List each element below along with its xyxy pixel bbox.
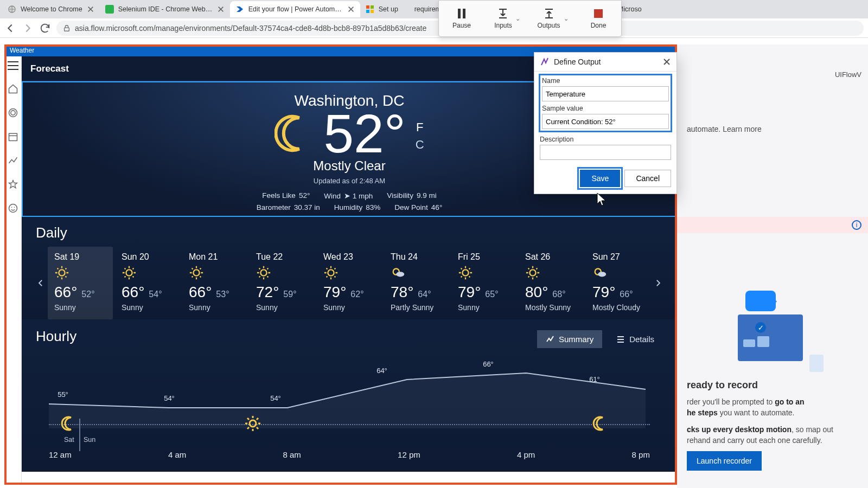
sample-label: Sample value bbox=[542, 105, 669, 112]
details-icon bbox=[616, 335, 625, 344]
chevron-down-icon[interactable]: ⌄ bbox=[515, 15, 520, 22]
day-card[interactable]: Thu 2478°64°Partly Sunny bbox=[384, 247, 449, 319]
globe-icon bbox=[8, 5, 16, 14]
svg-point-17 bbox=[59, 269, 65, 275]
condition-moon-icon bbox=[275, 114, 314, 153]
svg-point-25 bbox=[529, 269, 535, 275]
day-card[interactable]: Sat 1966°52°Sunny bbox=[48, 247, 113, 319]
pause-button[interactable]: Pause bbox=[439, 1, 484, 36]
close-icon[interactable] bbox=[662, 57, 671, 66]
url-text: asia.flow.microsoft.com/manage/environme… bbox=[75, 24, 426, 33]
page-title: Forecast bbox=[30, 63, 69, 74]
chevron-right-icon[interactable] bbox=[653, 278, 663, 288]
reload-icon[interactable] bbox=[39, 22, 51, 34]
chevron-left-icon[interactable] bbox=[36, 278, 46, 288]
svg-rect-3 bbox=[371, 5, 374, 9]
done-button[interactable]: Done bbox=[576, 1, 621, 36]
ready-p2: cks up every desktop motion, so map outr… bbox=[687, 424, 858, 446]
tab-label: Selenium IDE - Chrome Web Sto bbox=[118, 5, 213, 13]
day-card[interactable]: Mon 2166°53°Sunny bbox=[182, 247, 247, 319]
day-card[interactable]: Tue 2272°59°Sunny bbox=[250, 247, 315, 319]
flow-icon bbox=[235, 5, 244, 14]
sun-icon bbox=[245, 415, 261, 432]
chart-icon[interactable] bbox=[8, 155, 18, 166]
daily-section: Daily Sat 1966°52°SunnySun 2066°54°Sunny… bbox=[22, 217, 677, 319]
define-output-modal: Define Output Name Sample value Descript… bbox=[534, 52, 677, 194]
outputs-icon bbox=[543, 8, 555, 20]
hourly-section: Hourly Summary Details 55° 54° 54° 64 bbox=[22, 319, 677, 472]
home-icon[interactable] bbox=[8, 84, 18, 94]
ready-p1: rder you'll be prompted to go to anhe st… bbox=[687, 396, 858, 419]
day-card[interactable]: Sun 2066°54°Sunny bbox=[115, 247, 180, 319]
desc-input[interactable] bbox=[540, 145, 671, 160]
forward-icon[interactable] bbox=[22, 22, 34, 34]
svg-point-21 bbox=[328, 269, 334, 275]
back-icon[interactable] bbox=[4, 22, 16, 34]
tab-setup[interactable]: Set up bbox=[360, 1, 409, 17]
summary-button[interactable]: Summary bbox=[537, 330, 602, 348]
smiley-icon[interactable] bbox=[8, 203, 18, 214]
tab-label: Welcome to Chrome bbox=[21, 5, 82, 13]
summary-icon bbox=[546, 335, 554, 344]
svg-point-12 bbox=[11, 207, 12, 208]
outputs-button[interactable]: Outputs ⌄ bbox=[530, 1, 576, 36]
unit-f[interactable]: F bbox=[416, 120, 424, 134]
moon-icon bbox=[592, 415, 608, 432]
browser-tabbar: Welcome to Chrome Selenium IDE - Chrome … bbox=[0, 0, 868, 18]
stop-icon bbox=[592, 8, 604, 20]
svg-point-28 bbox=[250, 420, 256, 427]
designer-panel: UIFlowV automate. Learn more i ✓ ready t… bbox=[677, 44, 868, 488]
svg-point-19 bbox=[193, 269, 199, 275]
day-card[interactable]: Sun 2779°66°Mostly Cloudy bbox=[586, 247, 651, 319]
chevron-down-icon[interactable]: ⌄ bbox=[564, 15, 569, 22]
svg-rect-29 bbox=[458, 9, 461, 18]
browser-toolbar: asia.flow.microsoft.com/manage/environme… bbox=[0, 18, 868, 38]
moon-icon bbox=[60, 415, 76, 432]
tab-power-automate[interactable]: Edit your flow | Power Automate bbox=[230, 1, 360, 17]
app-sidebar bbox=[4, 56, 22, 485]
inputs-button[interactable]: Inputs ⌄ bbox=[484, 1, 530, 36]
svg-rect-2 bbox=[366, 5, 369, 9]
hamburger-icon[interactable] bbox=[7, 61, 19, 70]
flow-name: UIFlowV bbox=[835, 70, 861, 79]
svg-point-11 bbox=[9, 204, 17, 213]
day-card[interactable]: Fri 2579°65°Sunny bbox=[451, 247, 516, 319]
svg-point-8 bbox=[9, 109, 17, 117]
recorder-illustration: ✓ bbox=[724, 296, 821, 372]
tab-selenium[interactable]: Selenium IDE - Chrome Web Sto bbox=[100, 1, 230, 17]
star-icon[interactable] bbox=[8, 179, 18, 190]
name-label: Name bbox=[542, 77, 669, 85]
tab-welcome[interactable]: Welcome to Chrome bbox=[2, 1, 100, 17]
svg-rect-4 bbox=[366, 10, 369, 13]
svg-rect-31 bbox=[594, 9, 603, 18]
svg-rect-1 bbox=[105, 5, 114, 14]
close-icon[interactable] bbox=[347, 5, 355, 13]
radar-icon[interactable] bbox=[8, 107, 18, 118]
tab-label: Edit your flow | Power Automate bbox=[248, 5, 343, 13]
recorder-toolbar: Pause Inputs ⌄ Outputs ⌄ Done bbox=[438, 0, 622, 37]
info-icon[interactable]: i bbox=[852, 220, 861, 230]
save-button[interactable]: Save bbox=[580, 170, 620, 187]
svg-rect-5 bbox=[371, 10, 374, 13]
details-button[interactable]: Details bbox=[608, 330, 663, 348]
inputs-icon bbox=[497, 8, 509, 20]
cancel-button[interactable]: Cancel bbox=[624, 170, 671, 187]
day-card[interactable]: Sat 2680°68°Mostly Sunny bbox=[519, 247, 584, 319]
pause-icon bbox=[456, 8, 467, 20]
learn-more-line: automate. Learn more bbox=[687, 125, 858, 133]
day-card[interactable]: Wed 2379°62°Sunny bbox=[317, 247, 382, 319]
svg-point-20 bbox=[260, 269, 266, 275]
close-icon[interactable] bbox=[87, 5, 94, 13]
svg-rect-10 bbox=[9, 133, 17, 140]
name-input[interactable] bbox=[542, 86, 669, 101]
ready-heading: ready to record bbox=[687, 380, 858, 391]
hourly-title: Hourly bbox=[36, 328, 537, 345]
svg-rect-30 bbox=[463, 9, 465, 18]
desc-label: Description bbox=[540, 136, 671, 143]
launch-recorder-button[interactable]: Launch recorder bbox=[687, 451, 762, 471]
svg-point-23 bbox=[396, 272, 404, 277]
unit-c[interactable]: C bbox=[416, 138, 424, 152]
calendar-icon[interactable] bbox=[8, 131, 18, 142]
sample-input[interactable] bbox=[542, 114, 669, 129]
close-icon[interactable] bbox=[217, 5, 225, 13]
